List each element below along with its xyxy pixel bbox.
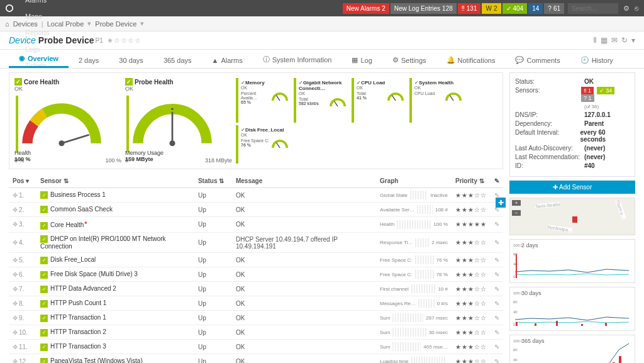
chart-thumb-365-days[interactable]: 365 days100.060400 <box>509 335 635 363</box>
zoom-out-icon[interactable]: − <box>512 210 521 216</box>
sensor-name-link[interactable]: HTTP Data Advanced 2 <box>50 285 116 292</box>
mini-gauge[interactable]: ✓System HealthOKCPU Load <box>409 78 465 123</box>
row-edit-icon[interactable]: ✎ <box>494 257 499 264</box>
chart-thumb-30-days[interactable]: 30 days100.060400 <box>509 287 635 331</box>
drag-handle-icon[interactable]: ✥ <box>13 358 18 363</box>
priority-stars[interactable]: ★★★☆☆ <box>455 286 487 293</box>
drag-handle-icon[interactable]: ✥ <box>13 257 18 264</box>
row-edit-icon[interactable]: ✎ <box>494 329 499 336</box>
row-edit-icon[interactable]: ✎ <box>494 221 499 228</box>
device-priority-stars[interactable]: ★☆☆☆☆ <box>107 36 142 45</box>
priority-stars[interactable]: ★★★☆☆ <box>455 257 487 264</box>
mini-gauge[interactable]: ✓CPU LoadOKTotal41 % <box>352 78 407 123</box>
row-edit-icon[interactable]: ✎ <box>494 315 499 321</box>
sensor-row[interactable]: ✥5.✓Disk Free_LocalUpOKFree Space C:76 %… <box>9 253 503 267</box>
mini-gauge[interactable]: ✓MemoryOKPercent Availa…65 % <box>236 78 291 123</box>
tab-log[interactable]: ▦ Log <box>341 52 382 68</box>
priority-stars[interactable]: ★★★☆☆ <box>455 358 487 363</box>
add-sensor-button[interactable]: ✚ Add Sensor <box>509 181 635 194</box>
sensor-name-link[interactable]: Business Process 1 <box>50 191 106 198</box>
sensor-name-link[interactable]: HTTP Transaction 3 <box>50 343 106 350</box>
blue-count-badge[interactable]: 14 <box>528 3 543 14</box>
drag-handle-icon[interactable]: ✥ <box>13 343 18 350</box>
row-edit-icon[interactable]: ✎ <box>494 300 499 307</box>
warning-count-badge[interactable]: W 2 <box>482 3 501 14</box>
tab-alarms[interactable]: ▲ Alarms <box>202 53 253 68</box>
row-edit-icon[interactable]: ✎ <box>494 239 499 246</box>
priority-stars[interactable]: ★★★☆☆ <box>455 300 487 307</box>
mail-icon[interactable]: ✉ <box>611 36 618 45</box>
priority-stars[interactable]: ★★★☆☆ <box>455 329 487 336</box>
col-sensor[interactable]: Sensor ⇅ <box>36 174 194 188</box>
chevron-down-icon[interactable]: ▾ <box>631 36 635 45</box>
drag-handle-icon[interactable]: ✥ <box>13 239 18 246</box>
sensor-name-link[interactable]: Free Disk Space (Multi Drive) 3 <box>50 271 138 277</box>
drag-handle-icon[interactable]: ✥ <box>13 271 18 278</box>
tab-2-days[interactable]: 2 days <box>69 53 109 68</box>
sensor-row[interactable]: ✥9.✓HTTP Transaction 1UpOKSum287 msec★★★… <box>9 311 503 325</box>
tab-30-days[interactable]: 30 days <box>109 53 153 68</box>
row-edit-icon[interactable]: ✎ <box>494 286 499 293</box>
new-log-badge[interactable]: New Log Entries 128 <box>391 3 457 14</box>
chart-thumb-2-days[interactable]: 2 days100.060400 <box>509 239 635 283</box>
core-health-gauge[interactable]: ✓Core Health OK 0 %100 % Health100 % <box>14 78 121 164</box>
priority-stars[interactable]: ★★★☆☆ <box>455 271 487 278</box>
sensor-row[interactable]: ✥3.✓Core Health⁕UpOKHealth100 %★★★★★✎ <box>9 217 503 233</box>
col-edit[interactable]: ✎ <box>491 174 503 188</box>
breadcrumb-item[interactable]: Probe Device <box>95 20 136 28</box>
col-priority[interactable]: Priority ⇅ <box>452 174 491 188</box>
sensors-grey-badge[interactable]: ? 1 <box>581 94 594 102</box>
sensor-row[interactable]: ✥1.✓Business Process 1UpOKGlobal StateIn… <box>9 188 503 203</box>
pause-icon[interactable]: Ⅱ <box>593 36 597 45</box>
mini-gauge[interactable]: ✓Disk Free_LocalOKFree Space C:76 % <box>236 125 291 164</box>
sensors-red-badge[interactable]: ‼ 1 <box>581 87 594 94</box>
tab-system-information[interactable]: ⓘ System Information <box>253 51 342 68</box>
tab-comments[interactable]: 💬 Comments <box>505 52 570 68</box>
sensor-row[interactable]: ✥11.✓HTTP Transaction 3UpOKSum465 mse…★★… <box>9 340 503 354</box>
priority-stars[interactable]: ★★★☆☆ <box>455 206 487 213</box>
priority-stars[interactable]: ★★★☆☆ <box>455 192 487 199</box>
sensor-name-link[interactable]: HTTP Transaction 1 <box>50 314 106 321</box>
new-alarms-badge[interactable]: New Alarms 2 <box>343 3 389 14</box>
sensor-row[interactable]: ✥8.✓HTTP Push Count 1UpOKMessages Re…0 #… <box>9 296 503 311</box>
sensor-name-link[interactable]: HTTP Push Count 1 <box>50 299 106 306</box>
row-edit-icon[interactable]: ✎ <box>494 271 499 278</box>
sensor-name-link[interactable]: PaneaVista Test (Windows Vista) <box>50 357 143 363</box>
drag-handle-icon[interactable]: ✥ <box>13 221 18 228</box>
drag-handle-icon[interactable]: ✥ <box>13 329 18 336</box>
row-edit-icon[interactable]: ✎ <box>494 343 499 350</box>
logout-icon[interactable]: ⎋ <box>635 4 639 12</box>
sensors-green-badge[interactable]: ✓ 34 <box>597 87 615 94</box>
home-icon[interactable]: ⌂ <box>5 20 9 28</box>
refresh-icon[interactable]: ↻ <box>621 36 628 45</box>
sensor-row[interactable]: ✥10.✓HTTP Transaction 2UpOKSum30 msec★★★… <box>9 325 503 340</box>
col-message[interactable]: Message <box>232 174 376 188</box>
sensor-name-link[interactable]: Disk Free_Local <box>50 256 96 263</box>
drag-handle-icon[interactable]: ✥ <box>13 286 18 293</box>
priority-stars[interactable]: ★★★☆☆ <box>455 343 487 350</box>
mini-gauge[interactable]: ✓Gigabit Network Connecti…OKTotal582 kbi… <box>294 78 349 123</box>
drag-handle-icon[interactable]: ✥ <box>13 315 18 321</box>
sensor-row[interactable]: ✥2.✓Common SaaS CheckUpOKAvailable Ser…1… <box>9 203 503 217</box>
tab-history[interactable]: 🕘 History <box>570 52 623 68</box>
ok-count-badge[interactable]: ✓ 404 <box>502 3 528 14</box>
sensor-row[interactable]: ✥4.✓DHCP on Intel(R) PRO/1000 MT Network… <box>9 232 503 253</box>
edit-icon[interactable]: ▦ <box>601 36 608 45</box>
nav-alarms[interactable]: Alarms <box>16 0 60 8</box>
sensor-row[interactable]: ✥6.✓Free Disk Space (Multi Drive) 3UpOKF… <box>9 267 503 282</box>
priority-stars[interactable]: ★★★★★ <box>455 221 487 228</box>
sensor-name-link[interactable]: Core Health⁕ <box>50 221 88 228</box>
priority-stars[interactable]: ★★★☆☆ <box>455 239 487 246</box>
sensor-name-link[interactable]: HTTP Transaction 2 <box>50 328 106 335</box>
sensor-name-link[interactable]: DHCP on Intel(R) PRO/1000 MT Network Con… <box>40 235 166 250</box>
drag-handle-icon[interactable]: ✥ <box>13 192 18 199</box>
drag-handle-icon[interactable]: ✥ <box>13 300 18 307</box>
tab-settings[interactable]: ⚙ Settings <box>382 52 436 68</box>
breadcrumb-item[interactable]: Local Probe <box>47 20 84 28</box>
probe-health-gauge[interactable]: ✓Probe Health OK 0318 MByte Memory Usage… <box>125 78 232 164</box>
col-status[interactable]: Status ⇅ <box>194 174 232 188</box>
row-edit-icon[interactable]: ✎ <box>494 358 499 363</box>
breadcrumb-item[interactable]: Devices <box>13 20 38 28</box>
col-pos[interactable]: Pos ▾ <box>9 174 36 188</box>
zoom-in-icon[interactable]: + <box>512 200 521 206</box>
